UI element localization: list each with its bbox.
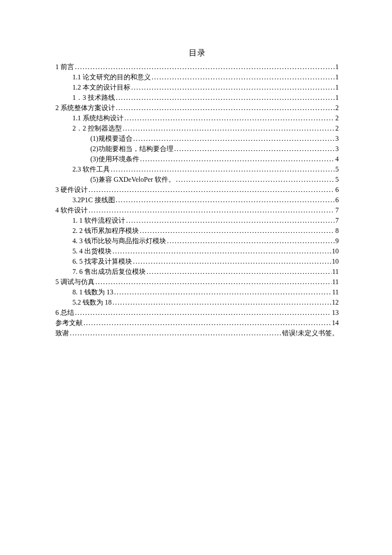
toc-entry: 5.2 钱数为 1812 — [55, 297, 339, 308]
toc-entry-page: 7 — [335, 215, 339, 226]
toc-entry: (5)兼容 GXDeVeloPer 软件。5 — [55, 174, 339, 185]
toc-entry-page: 2 — [335, 113, 339, 123]
toc-entry-label: 4 软件设计 — [55, 205, 88, 215]
toc-leader-dots — [176, 174, 334, 185]
toc-entry-page: 5 — [335, 174, 339, 185]
toc-entry-label: 2.3 软件工具 — [72, 164, 110, 174]
toc-entry-label: 3.2P1C 接线图 — [72, 195, 115, 205]
toc-entry-page: 7 — [335, 205, 339, 215]
toc-leader-dots — [75, 62, 334, 72]
toc-leader-dots — [126, 215, 334, 226]
toc-entry-label: 4. 3 钱币比较与商品指示灯模块 — [72, 236, 166, 246]
toc-entry: 8. 1 钱数为 1311 — [55, 287, 339, 297]
toc-leader-dots — [89, 205, 334, 215]
toc-entry-page: 11 — [332, 287, 339, 297]
toc-entry-page: 11 — [332, 277, 339, 287]
toc-entry: 6 总结13 — [55, 308, 339, 318]
toc-entry: 1.1 论文研究的目的和意义1 — [55, 72, 339, 82]
toc-leader-dots — [111, 164, 334, 174]
toc-entry-label: 6 总结 — [55, 308, 74, 318]
toc-entry-label: 8. 1 钱数为 13 — [72, 287, 113, 297]
toc-entry: (1)规模要适合3 — [55, 134, 339, 144]
toc-entry-page: 12 — [332, 297, 339, 308]
toc-entry-page: 1 — [335, 62, 339, 72]
toc-entry-label: 2 系统整体方案设计 — [55, 103, 115, 113]
toc-entry: 5. 4 出货模块10 — [55, 246, 339, 256]
toc-entry: 2 系统整体方案设计2 — [55, 103, 339, 113]
toc-entry: 5 调试与仿真11 — [55, 277, 339, 287]
toc-leader-dots — [70, 328, 281, 338]
toc-entry-page: 错误!未定义书签。 — [282, 328, 339, 338]
toc-entry-label: (1)规模要适合 — [90, 134, 133, 144]
toc-entry: 1 前言1 — [55, 62, 339, 72]
toc-leader-dots — [112, 246, 331, 256]
toc-entry: 7. 6 售出成功后复位模块11 — [55, 267, 339, 277]
toc-entry-page: 6 — [335, 185, 339, 195]
toc-entry: 4. 3 钱币比较与商品指示灯模块9 — [55, 236, 339, 246]
toc-entry: 1. 1 软件流程设计7 — [55, 215, 339, 226]
toc-leader-dots — [133, 134, 334, 144]
toc-entry: 1．3 技术路线1 — [55, 93, 339, 103]
toc-entry-page: 10 — [332, 246, 339, 256]
toc-entry-page: 2 — [335, 123, 339, 134]
toc-leader-dots — [114, 287, 331, 297]
toc-entry-label: 1.1 系统结构设计 — [72, 113, 124, 123]
toc-entry-label: (3)使用环境条件 — [90, 154, 139, 164]
toc-entry: (2)功能要相当，结构要合理3 — [55, 144, 339, 154]
toc-entry: (3)使用环境条件4 — [55, 154, 339, 164]
toc-leader-dots — [167, 236, 334, 246]
toc-leader-dots — [140, 154, 334, 164]
toc-entry-label: 1.1 论文研究的目的和意义 — [72, 72, 151, 82]
toc-leader-dots — [116, 195, 334, 205]
toc-leader-dots — [131, 82, 334, 93]
toc-entry: 3 硬件设计6 — [55, 185, 339, 195]
toc-entry: 1.1 系统结构设计2 — [55, 113, 339, 123]
toc-entry: 3.2P1C 接线图6 — [55, 195, 339, 205]
toc-leader-dots — [84, 318, 331, 328]
toc-leader-dots — [116, 93, 334, 103]
toc-entry-page: 3 — [335, 134, 339, 144]
toc-leader-dots — [140, 226, 334, 236]
toc-entry-page: 1 — [335, 93, 339, 103]
toc-leader-dots — [95, 277, 331, 287]
toc-leader-dots — [116, 103, 334, 113]
toc-leader-dots — [152, 72, 334, 82]
toc-entry-label: 2. 2 钱币累加程序模块 — [72, 226, 139, 236]
toc-entry-page: 10 — [332, 256, 339, 267]
toc-entry: 参考文献14 — [55, 318, 339, 328]
toc-entry-label: 参考文献 — [55, 318, 83, 328]
toc-entry-label: 1 前言 — [55, 62, 74, 72]
toc-entry-page: 11 — [332, 267, 339, 277]
document-page: 目录 1 前言11.1 论文研究的目的和意义11.2 本文的设计目标11．3 技… — [0, 0, 392, 338]
toc-entry-label: 3 硬件设计 — [55, 185, 88, 195]
toc-entry: 2．2 控制器选型2 — [55, 123, 339, 134]
toc-entry: 1.2 本文的设计目标1 — [55, 82, 339, 93]
toc-entry-label: 致谢 — [55, 328, 69, 338]
table-of-contents: 1 前言11.1 论文研究的目的和意义11.2 本文的设计目标11．3 技术路线… — [55, 62, 339, 338]
toc-leader-dots — [147, 267, 331, 277]
toc-leader-dots — [112, 297, 331, 308]
toc-entry-label: 1.2 本文的设计目标 — [72, 82, 130, 93]
toc-entry-page: 14 — [332, 318, 339, 328]
toc-entry-page: 13 — [332, 308, 339, 318]
toc-entry-label: 1. 1 软件流程设计 — [72, 215, 125, 226]
toc-leader-dots — [75, 308, 331, 318]
toc-entry: 6. 5 找零及计算模块10 — [55, 256, 339, 267]
toc-entry-label: 2．2 控制器选型 — [72, 123, 122, 134]
toc-entry-label: (2)功能要相当，结构要合理 — [90, 144, 173, 154]
toc-entry-label: 7. 6 售出成功后复位模块 — [72, 267, 146, 277]
toc-entry: 致谢错误!未定义书签。 — [55, 328, 339, 338]
toc-entry-page: 6 — [335, 195, 339, 205]
toc-entry-page: 2 — [335, 103, 339, 113]
toc-entry: 4 软件设计7 — [55, 205, 339, 215]
toc-leader-dots — [124, 113, 334, 123]
toc-entry-label: 5.2 钱数为 18 — [72, 297, 112, 308]
toc-title: 目录 — [55, 47, 339, 59]
toc-entry-page: 8 — [335, 226, 339, 236]
toc-entry-label: 1．3 技术路线 — [72, 93, 115, 103]
toc-entry-page: 9 — [335, 236, 339, 246]
toc-leader-dots — [123, 123, 334, 134]
toc-entry-label: (5)兼容 GXDeVeloPer 软件。 — [90, 174, 175, 185]
toc-entry-label: 6. 5 找零及计算模块 — [72, 256, 132, 267]
toc-entry-page: 1 — [335, 82, 339, 93]
